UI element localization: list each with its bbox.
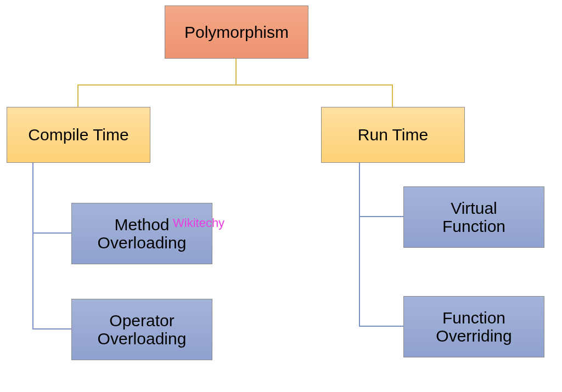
root-node-polymorphism: Polymorphism [165, 5, 308, 59]
leaf-node-method-overloading: MethodOverloading [71, 203, 212, 264]
connector-compile-operator [33, 162, 71, 329]
branch-left-label: Compile Time [28, 126, 128, 144]
connector-run-overriding [359, 162, 403, 326]
watermark-text: Wikitechy [173, 216, 224, 230]
leaf-node-operator-overloading: OperatorOverloading [71, 299, 212, 360]
leaf-label: OperatorOverloading [98, 311, 187, 348]
leaf-label: FunctionOverriding [436, 309, 512, 345]
branch-right-label: Run Time [358, 126, 428, 144]
connector-root-left [78, 58, 236, 107]
leaf-node-function-overriding: FunctionOverriding [403, 296, 544, 357]
root-label: Polymorphism [184, 23, 289, 42]
connector-root-right [236, 58, 392, 107]
connector-run-virtual [359, 162, 403, 217]
branch-node-run-time: Run Time [321, 107, 465, 163]
leaf-label: VirtualFunction [442, 199, 505, 235]
leaf-node-virtual-function: VirtualFunction [403, 186, 544, 248]
branch-node-compile-time: Compile Time [7, 107, 150, 163]
connector-compile-method [33, 162, 71, 233]
